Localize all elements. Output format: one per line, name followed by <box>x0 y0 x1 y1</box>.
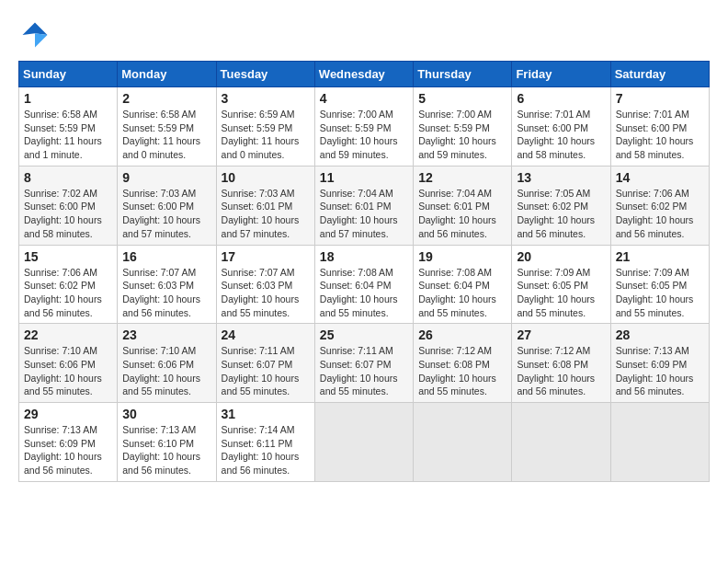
calendar-cell: 18Sunrise: 7:08 AMSunset: 6:04 PMDayligh… <box>314 245 413 324</box>
day-number: 18 <box>320 249 408 264</box>
calendar-cell: 7Sunrise: 7:01 AMSunset: 6:00 PMDaylight… <box>610 87 709 167</box>
svg-marker-1 <box>35 33 48 47</box>
calendar-cell: 17Sunrise: 7:07 AMSunset: 6:03 PMDayligh… <box>216 245 314 324</box>
day-number: 26 <box>418 327 506 342</box>
weekday-header-monday: Monday <box>118 62 216 87</box>
logo <box>18 18 55 52</box>
calendar-week-5: 29Sunrise: 7:13 AMSunset: 6:09 PMDayligh… <box>19 403 710 482</box>
calendar-cell: 30Sunrise: 7:13 AMSunset: 6:10 PMDayligh… <box>118 403 216 482</box>
day-content: Sunrise: 7:01 AMSunset: 6:00 PMDaylight:… <box>517 108 605 162</box>
day-content: Sunrise: 7:10 AMSunset: 6:06 PMDaylight:… <box>24 344 112 398</box>
day-content: Sunrise: 7:10 AMSunset: 6:06 PMDaylight:… <box>122 344 210 398</box>
day-number: 27 <box>517 327 605 342</box>
day-content: Sunrise: 7:13 AMSunset: 6:10 PMDaylight:… <box>122 423 210 477</box>
calendar-cell: 4Sunrise: 7:00 AMSunset: 5:59 PMDaylight… <box>314 87 413 167</box>
calendar-cell: 1Sunrise: 6:58 AMSunset: 5:59 PMDaylight… <box>19 87 118 167</box>
logo-icon <box>18 18 51 52</box>
day-number: 31 <box>222 407 310 421</box>
day-number: 2 <box>122 91 210 106</box>
calendar-cell: 14Sunrise: 7:06 AMSunset: 6:02 PMDayligh… <box>610 166 709 245</box>
day-content: Sunrise: 6:58 AMSunset: 5:59 PMDaylight:… <box>122 108 210 162</box>
day-content: Sunrise: 7:05 AMSunset: 6:02 PMDaylight:… <box>517 187 605 241</box>
weekday-header-wednesday: Wednesday <box>314 62 413 87</box>
calendar-cell: 21Sunrise: 7:09 AMSunset: 6:05 PMDayligh… <box>610 245 709 324</box>
calendar-cell <box>314 403 413 482</box>
calendar-cell: 19Sunrise: 7:08 AMSunset: 6:04 PMDayligh… <box>414 245 512 324</box>
calendar-cell <box>610 403 709 482</box>
day-content: Sunrise: 7:08 AMSunset: 6:04 PMDaylight:… <box>418 266 506 320</box>
calendar-cell: 6Sunrise: 7:01 AMSunset: 6:00 PMDaylight… <box>512 87 610 167</box>
calendar-cell: 12Sunrise: 7:04 AMSunset: 6:01 PMDayligh… <box>414 166 512 245</box>
calendar-cell: 15Sunrise: 7:06 AMSunset: 6:02 PMDayligh… <box>19 245 118 324</box>
day-number: 11 <box>320 170 408 185</box>
calendar-cell: 8Sunrise: 7:02 AMSunset: 6:00 PMDaylight… <box>19 166 118 245</box>
day-number: 10 <box>222 170 310 185</box>
calendar-week-2: 8Sunrise: 7:02 AMSunset: 6:00 PMDaylight… <box>19 166 710 245</box>
day-number: 5 <box>418 91 506 106</box>
weekday-header-thursday: Thursday <box>414 62 512 87</box>
calendar-cell: 26Sunrise: 7:12 AMSunset: 6:08 PMDayligh… <box>414 324 512 403</box>
calendar-cell: 9Sunrise: 7:03 AMSunset: 6:00 PMDaylight… <box>118 166 216 245</box>
day-content: Sunrise: 7:11 AMSunset: 6:07 PMDaylight:… <box>320 344 408 398</box>
day-number: 17 <box>222 249 310 264</box>
svg-marker-0 <box>23 23 48 36</box>
day-content: Sunrise: 7:04 AMSunset: 6:01 PMDaylight:… <box>320 187 408 241</box>
day-number: 3 <box>222 91 310 106</box>
weekday-header-friday: Friday <box>512 62 610 87</box>
day-content: Sunrise: 7:08 AMSunset: 6:04 PMDaylight:… <box>320 266 408 320</box>
day-number: 24 <box>222 327 310 342</box>
calendar-cell: 23Sunrise: 7:10 AMSunset: 6:06 PMDayligh… <box>118 324 216 403</box>
day-number: 23 <box>122 327 210 342</box>
day-number: 29 <box>24 407 112 421</box>
day-number: 14 <box>616 170 704 185</box>
weekday-header-tuesday: Tuesday <box>216 62 314 87</box>
day-content: Sunrise: 7:09 AMSunset: 6:05 PMDaylight:… <box>616 266 704 320</box>
day-number: 4 <box>320 91 408 106</box>
day-number: 16 <box>122 249 210 264</box>
calendar-week-3: 15Sunrise: 7:06 AMSunset: 6:02 PMDayligh… <box>19 245 710 324</box>
day-number: 8 <box>24 170 112 185</box>
calendar-table: SundayMondayTuesdayWednesdayThursdayFrid… <box>18 61 710 482</box>
calendar-cell: 27Sunrise: 7:12 AMSunset: 6:08 PMDayligh… <box>512 324 610 403</box>
day-content: Sunrise: 7:03 AMSunset: 6:01 PMDaylight:… <box>222 187 310 241</box>
calendar-cell: 25Sunrise: 7:11 AMSunset: 6:07 PMDayligh… <box>314 324 413 403</box>
calendar-cell: 13Sunrise: 7:05 AMSunset: 6:02 PMDayligh… <box>512 166 610 245</box>
calendar-cell: 5Sunrise: 7:00 AMSunset: 5:59 PMDaylight… <box>414 87 512 167</box>
day-number: 7 <box>616 91 704 106</box>
day-number: 13 <box>517 170 605 185</box>
calendar-cell: 24Sunrise: 7:11 AMSunset: 6:07 PMDayligh… <box>216 324 314 403</box>
day-number: 30 <box>122 407 210 421</box>
day-content: Sunrise: 7:09 AMSunset: 6:05 PMDaylight:… <box>517 266 605 320</box>
calendar-cell: 11Sunrise: 7:04 AMSunset: 6:01 PMDayligh… <box>314 166 413 245</box>
calendar-cell <box>512 403 610 482</box>
day-content: Sunrise: 7:06 AMSunset: 6:02 PMDaylight:… <box>616 187 704 241</box>
weekday-header-sunday: Sunday <box>19 62 118 87</box>
day-content: Sunrise: 7:04 AMSunset: 6:01 PMDaylight:… <box>418 187 506 241</box>
day-number: 12 <box>418 170 506 185</box>
day-content: Sunrise: 7:01 AMSunset: 6:00 PMDaylight:… <box>616 108 704 162</box>
day-content: Sunrise: 7:12 AMSunset: 6:08 PMDaylight:… <box>418 344 506 398</box>
calendar-cell: 10Sunrise: 7:03 AMSunset: 6:01 PMDayligh… <box>216 166 314 245</box>
day-content: Sunrise: 7:00 AMSunset: 5:59 PMDaylight:… <box>320 108 408 162</box>
day-content: Sunrise: 7:02 AMSunset: 6:00 PMDaylight:… <box>24 187 112 241</box>
day-content: Sunrise: 6:58 AMSunset: 5:59 PMDaylight:… <box>24 108 112 162</box>
calendar-cell: 31Sunrise: 7:14 AMSunset: 6:11 PMDayligh… <box>216 403 314 482</box>
day-number: 6 <box>517 91 605 106</box>
calendar-week-4: 22Sunrise: 7:10 AMSunset: 6:06 PMDayligh… <box>19 324 710 403</box>
calendar-cell: 29Sunrise: 7:13 AMSunset: 6:09 PMDayligh… <box>19 403 118 482</box>
day-number: 1 <box>24 91 112 106</box>
day-content: Sunrise: 7:00 AMSunset: 5:59 PMDaylight:… <box>418 108 506 162</box>
day-number: 9 <box>122 170 210 185</box>
calendar-cell: 3Sunrise: 6:59 AMSunset: 5:59 PMDaylight… <box>216 87 314 167</box>
day-number: 28 <box>616 327 704 342</box>
day-content: Sunrise: 7:14 AMSunset: 6:11 PMDaylight:… <box>222 423 310 477</box>
day-content: Sunrise: 7:11 AMSunset: 6:07 PMDaylight:… <box>222 344 310 398</box>
day-content: Sunrise: 6:59 AMSunset: 5:59 PMDaylight:… <box>222 108 310 162</box>
calendar-cell: 16Sunrise: 7:07 AMSunset: 6:03 PMDayligh… <box>118 245 216 324</box>
day-content: Sunrise: 7:07 AMSunset: 6:03 PMDaylight:… <box>222 266 310 320</box>
calendar-cell: 28Sunrise: 7:13 AMSunset: 6:09 PMDayligh… <box>610 324 709 403</box>
calendar-cell: 20Sunrise: 7:09 AMSunset: 6:05 PMDayligh… <box>512 245 610 324</box>
day-number: 22 <box>24 327 112 342</box>
calendar-cell: 22Sunrise: 7:10 AMSunset: 6:06 PMDayligh… <box>19 324 118 403</box>
page-header <box>18 18 710 52</box>
